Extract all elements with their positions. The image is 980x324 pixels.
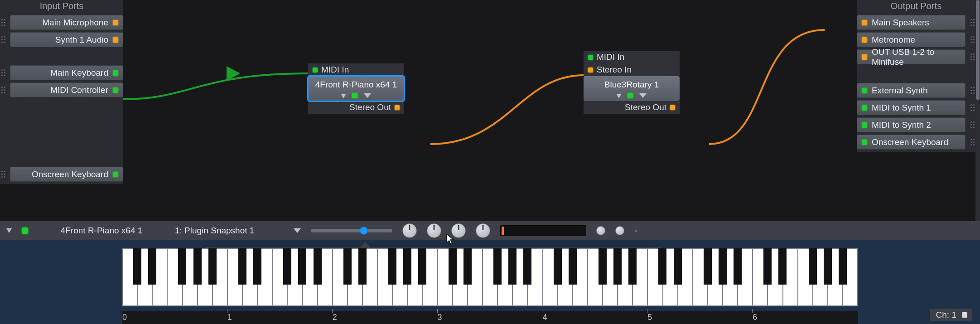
white-key[interactable]	[392, 248, 407, 306]
white-key[interactable]	[632, 248, 647, 306]
white-key[interactable]	[362, 248, 377, 306]
input-port-button[interactable]: Main Microphone	[10, 15, 123, 30]
drag-grip-icon[interactable]	[969, 17, 975, 28]
gain-slider[interactable]	[311, 229, 392, 232]
drag-grip-icon[interactable]	[969, 85, 975, 96]
white-key[interactable]	[813, 248, 828, 306]
white-key[interactable]	[242, 248, 257, 306]
snapshot-selector[interactable]: 1: Plugin Snapshot 1	[175, 226, 284, 236]
white-key[interactable]	[512, 248, 527, 306]
white-key[interactable]	[377, 248, 392, 306]
white-key[interactable]	[483, 248, 497, 306]
channel-badge[interactable]: Ch: 1	[930, 309, 972, 321]
plugin-active-led[interactable]	[22, 227, 28, 234]
expand-icon[interactable]	[6, 228, 12, 233]
plugin-node-piano[interactable]: MIDI In 4Front R-Piano x64 1 Stereo Out	[308, 63, 404, 114]
output-port-button[interactable]: External Synth	[857, 83, 966, 98]
white-key[interactable]	[738, 248, 753, 306]
output-port-button[interactable]: MIDI to Synth 1	[857, 100, 966, 115]
white-key[interactable]	[783, 248, 798, 306]
power-led-icon[interactable]	[628, 93, 633, 98]
knob-3[interactable]	[451, 223, 466, 238]
knob-2[interactable]	[427, 223, 441, 238]
white-key[interactable]	[348, 248, 362, 306]
node-port-midi-in[interactable]: MIDI In	[308, 63, 404, 76]
input-port-button[interactable]: Main Keyboard	[10, 65, 123, 80]
input-port-button[interactable]: MIDI Controller	[10, 82, 123, 97]
white-key[interactable]	[558, 248, 573, 306]
output-port-button[interactable]: Main Speakers	[857, 15, 966, 30]
pan-knob-1[interactable]	[596, 226, 605, 235]
white-key[interactable]	[167, 248, 182, 306]
white-key[interactable]	[257, 248, 272, 306]
node-body[interactable]: 4Front R-Piano x64 1	[308, 76, 404, 101]
drag-grip-icon[interactable]	[969, 52, 975, 63]
white-key[interactable]	[407, 248, 422, 306]
white-key[interactable]	[603, 248, 618, 306]
white-key[interactable]	[122, 248, 137, 306]
selected-plugin-name[interactable]: 4Front R-Piano x64 1	[38, 226, 165, 236]
node-port-stereo-out[interactable]: Stereo Out	[584, 101, 680, 114]
power-led-icon[interactable]	[352, 93, 357, 98]
white-key[interactable]	[723, 248, 738, 306]
output-port-button[interactable]: MIDI to Synth 2	[857, 117, 966, 132]
plugin-node-rotary[interactable]: MIDI In Stereo In Blue3Rotary 1 Stereo O…	[584, 51, 680, 114]
drag-grip-icon[interactable]	[969, 102, 975, 113]
expand-icon[interactable]	[617, 94, 621, 98]
white-key[interactable]	[468, 248, 483, 306]
drag-grip-icon[interactable]	[969, 137, 975, 148]
input-port-button[interactable]: Onscreen Keyboard	[10, 167, 123, 182]
white-key[interactable]	[618, 248, 632, 306]
output-port-button[interactable]: Metronome	[857, 32, 966, 47]
input-port-button[interactable]: Synth 1 Audio	[10, 32, 123, 47]
white-key[interactable]	[272, 248, 287, 306]
expand-icon[interactable]	[341, 94, 346, 98]
white-key[interactable]	[753, 248, 768, 306]
white-key[interactable]	[423, 248, 438, 306]
white-key[interactable]	[828, 248, 843, 306]
piano-keyboard[interactable]	[122, 248, 858, 306]
white-key[interactable]	[303, 248, 318, 306]
white-key[interactable]	[497, 248, 512, 306]
drag-grip-icon[interactable]	[0, 17, 6, 28]
drag-grip-icon[interactable]	[0, 85, 6, 96]
filter-icon[interactable]	[364, 93, 371, 98]
drag-grip-icon[interactable]	[969, 120, 975, 131]
drag-grip-icon[interactable]	[0, 34, 6, 45]
node-body[interactable]: Blue3Rotary 1	[584, 76, 680, 101]
white-key[interactable]	[183, 248, 198, 306]
white-key[interactable]	[287, 248, 302, 306]
white-key[interactable]	[573, 248, 588, 306]
white-key[interactable]	[212, 248, 227, 306]
white-key[interactable]	[137, 248, 152, 306]
white-key[interactable]	[198, 248, 212, 306]
white-key[interactable]	[843, 248, 858, 306]
node-port-midi-in[interactable]: MIDI In	[584, 51, 680, 63]
white-key[interactable]	[333, 248, 348, 306]
white-key[interactable]	[588, 248, 603, 306]
node-port-stereo-out[interactable]: Stereo Out	[308, 101, 404, 114]
white-key[interactable]	[663, 248, 678, 306]
knob-4[interactable]	[476, 223, 490, 238]
filter-icon[interactable]	[639, 93, 647, 98]
white-key[interactable]	[543, 248, 558, 306]
scrollbar-thumb[interactable]	[976, 0, 980, 100]
drag-grip-icon[interactable]	[0, 169, 6, 180]
white-key[interactable]	[647, 248, 662, 306]
white-key[interactable]	[768, 248, 782, 306]
output-port-button[interactable]: Onscreen Keyboard	[857, 135, 966, 150]
drag-grip-icon[interactable]	[969, 34, 975, 45]
node-port-stereo-in[interactable]: Stereo In	[584, 63, 680, 76]
white-key[interactable]	[678, 248, 693, 306]
knob-1[interactable]	[402, 223, 417, 238]
output-port-button[interactable]: OUT USB 1-2 to Minifuse	[857, 49, 966, 64]
white-key[interactable]	[708, 248, 723, 306]
pan-knob-2[interactable]	[615, 226, 624, 235]
gain-slider-thumb[interactable]	[360, 227, 368, 235]
white-key[interactable]	[152, 248, 167, 306]
white-key[interactable]	[798, 248, 813, 306]
white-key[interactable]	[527, 248, 542, 306]
white-key[interactable]	[438, 248, 453, 306]
vertical-scrollbar[interactable]	[975, 0, 980, 222]
white-key[interactable]	[227, 248, 242, 306]
